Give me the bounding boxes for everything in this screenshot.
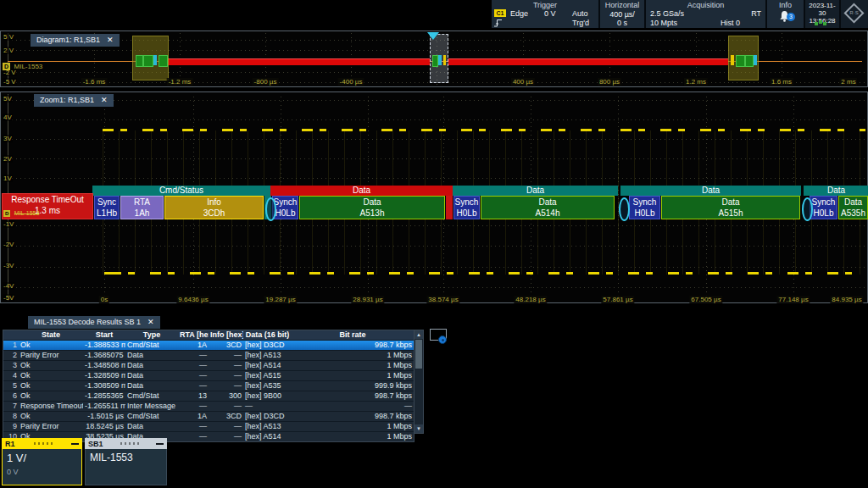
waveform-low-rail [103, 272, 865, 274]
trigger-type: Edge [510, 9, 528, 18]
table-row[interactable]: 8 Ok -1.5015 µs Cmd/Stat 1A 3CD [hex] D3… [3, 411, 414, 421]
decode-block-rta[interactable]: RTA 1Ah [120, 196, 164, 219]
signal-panel-sb1-body[interactable]: MIL-1553 [85, 449, 167, 485]
x-axis-label: 9.6436 µs [176, 296, 209, 303]
bus-badge: D [3, 63, 10, 70]
y-axis-label: -2V [3, 241, 14, 248]
drag-grip-icon[interactable] [20, 442, 66, 445]
y-axis-label: -5V [3, 294, 14, 302]
acquisition-history: Hist 0 [721, 19, 740, 27]
y-axis-label: -1V [3, 220, 14, 228]
scroll-down-icon[interactable]: ▼ [415, 424, 423, 433]
decode-block-sync[interactable]: Synch H0Lb [629, 196, 660, 219]
table-row[interactable]: 4 Ok -1.328509 ms Data — — [hex] A515 1 … [3, 370, 414, 380]
table-scrollbar[interactable]: ▲ ▼ [414, 330, 424, 434]
column-header: State [19, 330, 83, 340]
trigger-slope-icon [493, 19, 503, 27]
table-row[interactable]: 9 Parity Error 18.5245 µs Data — — [hex]… [3, 421, 414, 431]
table-row[interactable]: 5 Ok -1.308509 ms Data — — [hex] A535 99… [3, 380, 414, 391]
x-axis-label: 67.505 µs [689, 296, 722, 303]
acquisition-record-length: 10 Mpts [650, 19, 677, 27]
minimize-button[interactable] [156, 443, 164, 445]
trigger-status: Trg'd [572, 19, 589, 27]
y-axis-label: -5 V [3, 78, 17, 86]
drag-grip-icon[interactable] [108, 442, 151, 445]
table-row[interactable]: 6 Ok -1.2855365 m Cmd/Stat 13 300 [hex] … [3, 391, 414, 401]
x-axis-label: 1.6 ms [770, 78, 793, 86]
trigger-settings-button[interactable]: Trigger C1 Edge 0 V Auto Trg'd [492, 0, 600, 28]
decode-block-data[interactable]: Data A513h [299, 196, 445, 219]
column-header: Start [83, 330, 125, 340]
results-table-header[interactable]: State Start Type RTA [hex] Info [hex] Da… [3, 330, 414, 340]
tab-diagram1[interactable]: Diagram1: R1,SB1✕ [31, 34, 120, 47]
notification-count-badge: 3 [787, 13, 795, 21]
date-label: 2023-11-30 [805, 2, 839, 17]
decode-gap-marker [802, 197, 813, 221]
sb1-protocol: MIL-1553 [90, 452, 162, 463]
clock-display[interactable]: 2023-11-30 13:56:28 [805, 0, 841, 28]
x-axis-label: -1.2 ms [167, 78, 193, 86]
decode-group[interactable]: Data [270, 186, 453, 196]
signal-burst-envelope [728, 36, 759, 80]
y-axis-label: 1V [3, 175, 13, 182]
info-button[interactable]: Info 3 [767, 0, 805, 28]
x-axis-label: 77.148 µs [776, 296, 810, 303]
table-row[interactable]: 3 Ok -1.348508 ms Data — — [hex] A514 1 … [3, 360, 414, 370]
scrollbar-thumb[interactable] [415, 340, 422, 369]
tab-decode-results[interactable]: MIL-1553 Decode Results SB 1✕ [28, 316, 160, 329]
bus-badge: D [3, 210, 10, 217]
x-axis-label: 19.287 µs [264, 296, 297, 303]
table-row[interactable]: 1 Ok -1.388533 ms Cmd/Stat 1A 3CD [hex] … [3, 340, 414, 350]
zoom-region-handle[interactable] [430, 34, 448, 83]
decode-block-data[interactable]: Data A514h [481, 196, 615, 219]
x-axis-label: -400 µs [338, 78, 364, 86]
y-axis-label: -4V [3, 282, 14, 290]
zoom1-panel[interactable]: 5V 4V 3V 2V 1V -1V -2V -3V -4V -5V Cmd/S… [0, 92, 868, 303]
decode-group[interactable]: Data [453, 186, 618, 196]
bus-name: MIL-1553 [14, 63, 43, 70]
decode-block-info[interactable]: Info 3CDh [164, 196, 264, 219]
decode-gap-marker [265, 197, 276, 221]
gridline [8, 100, 865, 101]
tab-diagram1-label: Diagram1: R1,SB1 [36, 36, 100, 44]
close-icon[interactable]: ✕ [147, 318, 154, 326]
y-axis-label: 4V [3, 114, 13, 121]
tab-decode-results-label: MIL-1553 Decode Results SB 1 [34, 318, 141, 326]
x-axis-label: 28.931 µs [351, 296, 384, 303]
scroll-up-icon[interactable]: ▲ [415, 330, 423, 339]
close-icon[interactable]: ✕ [101, 96, 108, 104]
decode-block-sync[interactable]: Sync L1Hb [94, 196, 120, 219]
decode-group[interactable]: Cmd/Status [92, 186, 270, 196]
display-settings-icon[interactable] [430, 329, 447, 341]
column-header: RTA [hex] [178, 330, 209, 340]
x-axis-label: -1.6 ms [81, 78, 108, 86]
signal-panel-r1-body[interactable]: 1 V/ 0 V [2, 449, 82, 485]
x-axis-label: 48.218 µs [514, 296, 547, 303]
decode-block-data[interactable]: Data A515h [661, 196, 800, 219]
acquisition-settings-button[interactable]: Acquisition 2.5 GSa/s 10 Mpts RT Hist 0 [646, 0, 767, 28]
bus-name: MIL-1553 [14, 210, 40, 216]
table-row[interactable]: 7 Response Timeout -1.265511 ms Inter Me… [3, 401, 414, 411]
brand-logo-letters: R·S [847, 10, 861, 15]
tab-zoom1[interactable]: Zoom1: R1,SB1✕ [34, 94, 114, 107]
horizontal-settings-button[interactable]: Horizontal 400 µs/ 0 s [600, 0, 646, 28]
diagram1-panel[interactable]: 5 V 2 V -2 V -5 V D MIL- [0, 30, 868, 87]
status-bar: Trigger C1 Edge 0 V Auto Trg'd Horizonta… [492, 0, 868, 28]
decode-block-sync[interactable]: Synch H0Lb [810, 196, 837, 219]
decode-group[interactable]: Data [620, 186, 801, 196]
signal-panel-r1-name: R1 [5, 440, 15, 448]
decode-block-data[interactable]: Data A535h [838, 196, 868, 219]
signal-panel-sb1-header[interactable]: SB1 [85, 438, 167, 449]
trigger-position-marker[interactable] [427, 32, 439, 40]
x-axis-label: 57.861 µs [601, 296, 634, 303]
info-title: Info [767, 1, 804, 9]
signal-panel-sb1[interactable]: SB1 MIL-1553 [85, 438, 167, 485]
close-icon[interactable]: ✕ [107, 36, 114, 44]
table-row[interactable]: 2 Parity Error -1.3685075 m Data — — [he… [3, 350, 414, 360]
signal-panel-r1-header[interactable]: R1 [2, 438, 82, 449]
decode-group[interactable]: Data [804, 186, 868, 196]
signal-panel-r1[interactable]: R1 1 V/ 0 V [2, 438, 82, 485]
trigger-title: Trigger [492, 1, 598, 9]
decode-block-sync[interactable]: Synch H0Lb [453, 196, 480, 219]
minimize-button[interactable] [71, 443, 79, 445]
